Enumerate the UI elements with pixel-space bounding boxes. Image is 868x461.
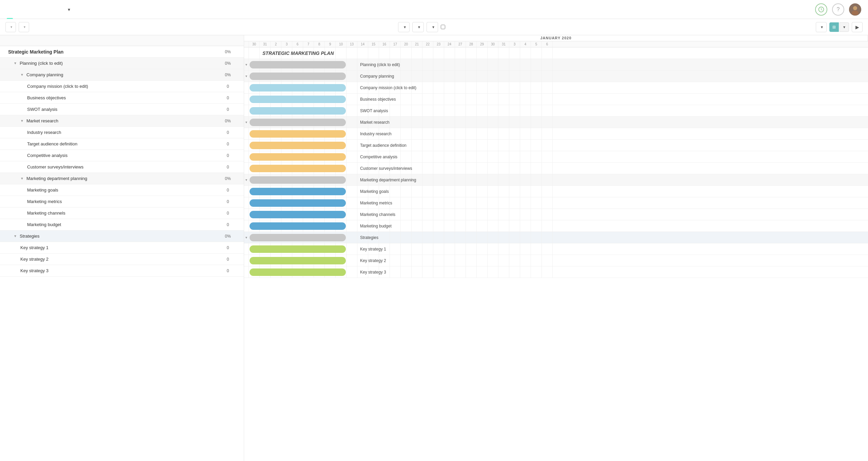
list-item[interactable]: Customer surveys/interviews0 (0, 161, 244, 173)
list-item[interactable]: ▼Planning (click to edit)0% (0, 58, 244, 69)
gantt-bar[interactable] (250, 222, 346, 230)
gantt-bar[interactable] (250, 130, 346, 138)
hide-completed-label[interactable] (441, 25, 447, 29)
list-view-button[interactable]: ▾ (840, 22, 849, 32)
gantt-row[interactable]: ▼Marketing department planning (244, 174, 868, 186)
view-button[interactable]: ▾ (19, 22, 29, 32)
tab-calendar[interactable] (25, 0, 37, 19)
expand-icon[interactable]: ▼ (14, 61, 18, 65)
tab-more[interactable]: ▾ (62, 0, 76, 19)
list-item[interactable]: Industry research0 (0, 127, 244, 138)
list-item[interactable]: Key strategy 20 (0, 254, 244, 265)
gantt-bar[interactable] (250, 73, 346, 80)
gantt-row[interactable]: Key strategy 3 (244, 266, 868, 278)
gantt-grid-cell (422, 82, 433, 93)
list-item[interactable]: Competitive analysis0 (0, 150, 244, 161)
tab-gantt[interactable] (7, 0, 13, 19)
timer-icon-button[interactable] (815, 3, 827, 16)
gantt-bar[interactable] (250, 107, 346, 115)
gantt-row[interactable]: Competitive analysis (244, 151, 868, 163)
gantt-row[interactable]: Customer surveys/interviews (244, 163, 868, 174)
gantt-label: Key strategy 3 (360, 270, 386, 275)
gantt-row[interactable]: STRATEGIC MARKETING PLAN (244, 47, 868, 59)
gantt-bar[interactable] (250, 96, 346, 103)
list-item[interactable]: Strategic Marketing Plan0% (0, 46, 244, 58)
expand-icon[interactable]: ▼ (20, 177, 24, 180)
gantt-bar[interactable] (250, 257, 346, 264)
gantt-bar[interactable] (250, 268, 346, 276)
gantt-expand-icon[interactable]: ▼ (245, 75, 248, 78)
gantt-row[interactable]: ▼Strategies (244, 232, 868, 243)
list-item[interactable]: ▼Strategies0% (0, 230, 244, 242)
list-item[interactable]: ▼Market research0% (0, 115, 244, 127)
export-button[interactable]: ▶ (852, 22, 863, 32)
list-item[interactable]: Marketing metrics0 (0, 196, 244, 207)
expand-icon[interactable]: ▼ (20, 119, 24, 123)
row-label: Target audience definition (27, 141, 77, 146)
list-item[interactable]: Business objectives0 (0, 92, 244, 104)
gantt-row[interactable]: Company mission (click to edit) (244, 82, 868, 94)
gantt-grid-cell (531, 243, 542, 255)
expand-icon[interactable]: ▼ (20, 73, 24, 77)
hide-completed-checkbox[interactable] (441, 25, 445, 29)
gantt-grid-cell (444, 151, 455, 162)
gantt-row[interactable]: Key strategy 1 (244, 243, 868, 255)
gantt-expand-icon[interactable]: ▼ (245, 121, 248, 124)
gantt-grid-cell (422, 71, 433, 82)
gantt-row[interactable]: SWOT analysis (244, 105, 868, 117)
all-colors-filter[interactable]: ▾ (427, 22, 438, 32)
gantt-row[interactable]: Marketing channels (244, 209, 868, 220)
gantt-row[interactable]: Target audience definition (244, 140, 868, 151)
list-item[interactable]: Key strategy 10 (0, 242, 244, 254)
list-item[interactable]: ▼Marketing department planning0% (0, 173, 244, 184)
gantt-bar[interactable] (250, 245, 346, 253)
list-item[interactable]: Marketing budget0 (0, 219, 244, 230)
list-item[interactable]: Target audience definition0 (0, 138, 244, 150)
gantt-row[interactable]: Key strategy 2 (244, 255, 868, 266)
gantt-row[interactable]: Marketing budget (244, 220, 868, 232)
list-item[interactable]: Marketing goals0 (0, 184, 244, 196)
gantt-expand-icon[interactable]: ▼ (245, 236, 248, 239)
gantt-row[interactable]: Business objectives (244, 94, 868, 105)
gantt-bar[interactable] (250, 188, 346, 195)
gantt-bar[interactable] (250, 84, 346, 92)
tab-list[interactable] (13, 0, 25, 19)
gantt-bar[interactable] (250, 153, 346, 161)
zoom-chevron-icon: ▾ (821, 25, 823, 29)
gantt-bar[interactable] (250, 234, 346, 241)
gantt-bar[interactable] (250, 165, 346, 172)
gantt-bar[interactable] (250, 119, 346, 126)
gantt-row[interactable]: Marketing metrics (244, 197, 868, 209)
gantt-bar[interactable] (250, 199, 346, 207)
gantt-row[interactable]: ▼Company planning (244, 71, 868, 82)
help-icon-button[interactable]: ? (832, 3, 844, 16)
expand-icon[interactable]: ▼ (14, 234, 18, 238)
tab-discussions[interactable] (37, 0, 50, 19)
gantt-expand-icon[interactable]: ▼ (245, 63, 248, 66)
gantt-bar[interactable] (250, 211, 346, 218)
gantt-grid-cell (531, 186, 542, 197)
zoom-button[interactable]: ▾ (816, 22, 827, 32)
list-item[interactable]: SWOT analysis0 (0, 104, 244, 115)
menu-button[interactable]: ▾ (5, 22, 16, 32)
gantt-row[interactable]: Industry research (244, 128, 868, 140)
gantt-bar[interactable] (250, 61, 346, 68)
tab-people[interactable] (50, 0, 62, 19)
list-item[interactable]: Company mission (click to edit)0 (0, 81, 244, 92)
list-item[interactable]: Key strategy 30 (0, 265, 244, 277)
grid-view-button[interactable]: ⊞ (829, 22, 839, 32)
gantt-expand-icon[interactable]: ▼ (245, 178, 248, 182)
list-item[interactable]: Marketing channels0 (0, 207, 244, 219)
list-item[interactable]: ▼Company planning0% (0, 69, 244, 81)
gantt-spacer (244, 209, 249, 220)
row-name: Marketing goals (4, 187, 216, 193)
gantt-bar[interactable] (250, 176, 346, 184)
gantt-row[interactable]: ▼Planning (click to edit) (244, 59, 868, 71)
gantt-row[interactable]: ▼Market research (244, 117, 868, 128)
row-progress: 0 (216, 257, 240, 262)
gantt-bar[interactable] (250, 142, 346, 149)
all-dates-filter[interactable]: ▾ (412, 22, 424, 32)
everyone-filter[interactable]: ▾ (398, 22, 410, 32)
user-avatar[interactable] (849, 3, 861, 16)
gantt-row[interactable]: Marketing goals (244, 186, 868, 197)
